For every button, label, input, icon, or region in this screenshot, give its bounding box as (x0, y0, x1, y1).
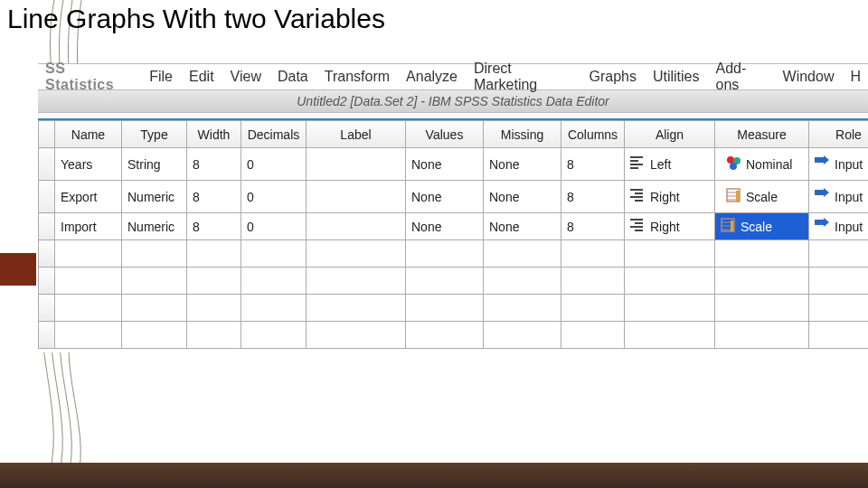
cell-values[interactable]: None (406, 213, 484, 240)
cell-name[interactable]: Import (55, 213, 122, 240)
row-stub[interactable] (39, 181, 55, 213)
menu-analyze[interactable]: Analyze (406, 69, 458, 85)
cell-missing[interactable]: None (484, 181, 561, 213)
empty-cell[interactable] (625, 267, 715, 295)
empty-cell[interactable] (122, 322, 187, 349)
empty-cell[interactable] (809, 240, 869, 267)
cell-columns[interactable]: 8 (561, 181, 625, 213)
cell-width[interactable]: 8 (187, 213, 241, 240)
empty-cell[interactable] (809, 267, 869, 295)
empty-cell[interactable] (241, 322, 307, 349)
col-name[interactable]: Name (55, 121, 122, 148)
cell-role[interactable]: Input (809, 213, 869, 240)
col-align[interactable]: Align (625, 121, 715, 148)
cell-role[interactable]: Input (809, 148, 869, 181)
empty-cell[interactable] (715, 267, 809, 295)
cell-missing[interactable]: None (484, 213, 561, 240)
empty-cell[interactable] (122, 295, 187, 322)
col-type[interactable]: Type (122, 121, 187, 148)
menu-graphs[interactable]: Graphs (589, 69, 636, 85)
empty-cell[interactable] (122, 240, 187, 267)
empty-cell[interactable] (406, 322, 484, 349)
cell-align[interactable]: Right (625, 213, 715, 240)
empty-cell[interactable] (406, 267, 484, 295)
col-label[interactable]: Label (307, 121, 406, 148)
empty-cell[interactable] (406, 240, 484, 267)
empty-cell[interactable] (55, 240, 122, 267)
row-stub[interactable] (39, 295, 55, 322)
cell-role[interactable]: Input (809, 181, 869, 213)
empty-cell[interactable] (307, 322, 406, 349)
cell-values[interactable]: None (406, 181, 484, 213)
table-row-empty[interactable] (39, 240, 869, 267)
empty-cell[interactable] (484, 295, 561, 322)
menu-utilities[interactable]: Utilities (653, 69, 700, 85)
cell-type[interactable]: Numeric (122, 181, 187, 213)
cell-measure[interactable]: Scale (715, 181, 809, 213)
row-stub[interactable] (39, 240, 55, 267)
empty-cell[interactable] (55, 322, 122, 349)
menu-file[interactable]: File (149, 69, 173, 85)
empty-cell[interactable] (625, 322, 715, 349)
cell-label[interactable] (307, 181, 406, 213)
empty-cell[interactable] (625, 240, 715, 267)
empty-cell[interactable] (715, 322, 809, 349)
cell-width[interactable]: 8 (187, 148, 241, 181)
empty-cell[interactable] (187, 240, 241, 267)
empty-cell[interactable] (187, 322, 241, 349)
menu-direct-marketing[interactable]: Direct Marketing (474, 61, 572, 93)
empty-cell[interactable] (715, 240, 809, 267)
cell-measure[interactable]: Nominal (715, 148, 809, 181)
empty-cell[interactable] (715, 295, 809, 322)
col-width[interactable]: Width (187, 121, 241, 148)
empty-cell[interactable] (187, 295, 241, 322)
cell-name[interactable]: Export (55, 181, 122, 213)
cell-missing[interactable]: None (484, 148, 561, 181)
cell-decimals[interactable]: 0 (241, 213, 307, 240)
cell-align[interactable]: Left (625, 148, 715, 181)
empty-cell[interactable] (809, 295, 869, 322)
empty-cell[interactable] (809, 322, 869, 349)
cell-label[interactable] (307, 213, 406, 240)
menu-data[interactable]: Data (278, 69, 308, 85)
table-row-empty[interactable] (39, 295, 869, 322)
col-values[interactable]: Values (406, 121, 484, 148)
cell-decimals[interactable]: 0 (241, 148, 307, 181)
menu-window[interactable]: Window (783, 69, 835, 85)
row-stub[interactable] (39, 267, 55, 295)
col-columns[interactable]: Columns (561, 121, 625, 148)
empty-cell[interactable] (122, 267, 187, 295)
empty-cell[interactable] (484, 267, 561, 295)
empty-cell[interactable] (55, 267, 122, 295)
cell-label[interactable] (307, 148, 406, 181)
table-row[interactable]: Export Numeric 8 0 None None 8 Right Sca… (39, 181, 869, 213)
menu-add-ons[interactable]: Add-ons (716, 61, 767, 93)
empty-cell[interactable] (187, 267, 241, 295)
empty-cell[interactable] (561, 322, 625, 349)
cell-type[interactable]: Numeric (122, 213, 187, 240)
table-row[interactable]: Import Numeric 8 0 None None 8 Right Sca… (39, 213, 869, 240)
empty-cell[interactable] (561, 295, 625, 322)
row-stub[interactable] (39, 213, 55, 240)
col-missing[interactable]: Missing (484, 121, 561, 148)
row-stub[interactable] (39, 148, 55, 181)
table-row[interactable]: Years String 8 0 None None 8 Left Nomina… (39, 148, 869, 181)
empty-cell[interactable] (241, 295, 307, 322)
row-stub[interactable] (39, 322, 55, 349)
empty-cell[interactable] (561, 267, 625, 295)
menu-view[interactable]: View (231, 69, 261, 85)
empty-cell[interactable] (625, 295, 715, 322)
empty-cell[interactable] (484, 240, 561, 267)
cell-columns[interactable]: 8 (561, 148, 625, 181)
cell-name[interactable]: Years (55, 148, 122, 181)
col-decimals[interactable]: Decimals (241, 121, 307, 148)
empty-cell[interactable] (241, 240, 307, 267)
empty-cell[interactable] (307, 267, 406, 295)
empty-cell[interactable] (241, 267, 307, 295)
col-role[interactable]: Role (809, 121, 869, 148)
cell-width[interactable]: 8 (187, 181, 241, 213)
cell-columns[interactable]: 8 (561, 213, 625, 240)
table-row-empty[interactable] (39, 267, 869, 295)
menu-edit[interactable]: Edit (189, 69, 214, 85)
empty-cell[interactable] (406, 295, 484, 322)
